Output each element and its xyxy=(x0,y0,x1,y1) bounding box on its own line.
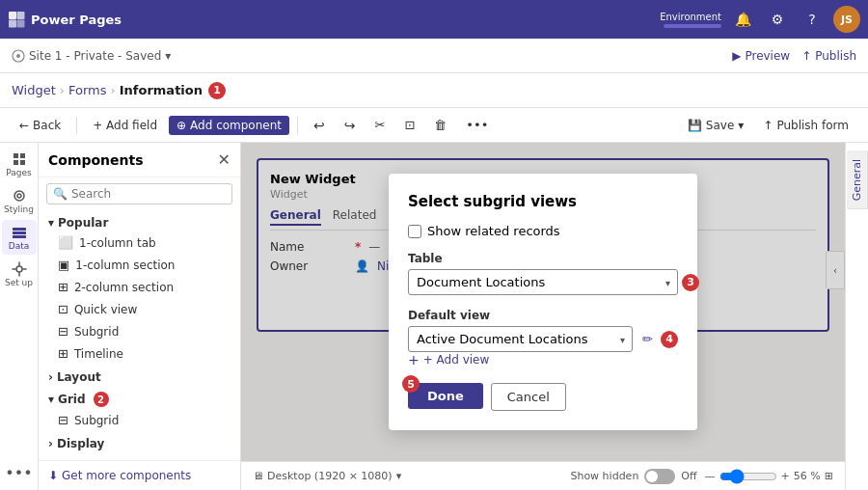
default-view-select-wrap: Active Document Locations All Document L… xyxy=(408,326,633,352)
table-select[interactable]: Document Locations Accounts Contacts xyxy=(408,269,678,295)
sub-header-actions: ▶ Preview ↑ Publish xyxy=(732,49,856,63)
table-label: Table xyxy=(408,252,678,265)
nav-setup[interactable]: Set up xyxy=(2,257,37,291)
add-field-button[interactable]: + Add field xyxy=(85,116,165,135)
timeline-icon: ⊞ xyxy=(58,346,68,361)
svg-rect-9 xyxy=(20,160,25,165)
sidebar-item-1col-tab[interactable]: ⬜ 1-column tab xyxy=(39,231,240,254)
bottom-bar-right: Show hidden Off — + 56 % ⊞ xyxy=(570,469,833,484)
search-box: 🔍 xyxy=(46,183,232,204)
svg-rect-3 xyxy=(17,20,25,28)
1col-tab-icon: ⬜ xyxy=(58,235,73,250)
breadcrumb: Widget › Forms › Information 1 xyxy=(12,82,226,99)
sidebar-section-input[interactable]: › Input xyxy=(39,452,240,460)
nav-pages[interactable]: Pages xyxy=(2,147,37,181)
notification-icon[interactable]: 🔔 xyxy=(729,6,756,33)
top-bar: Power Pages Environment 🔔 ⚙ ? JS xyxy=(0,0,868,39)
zoom-slider[interactable] xyxy=(719,469,777,484)
sidebar-item-subgrid-grid[interactable]: ⊟ Subgrid xyxy=(39,409,240,431)
help-icon[interactable]: ? xyxy=(799,6,826,33)
breadcrumb-bar: Widget › Forms › Information 1 xyxy=(0,73,868,108)
main-layout: Pages Styling Data Set up ••• Components… xyxy=(0,143,868,490)
svg-rect-0 xyxy=(9,12,16,19)
toolbar: ← Back + Add field ⊕ Add component ↩ ↪ ✂… xyxy=(0,108,868,143)
default-view-select[interactable]: Active Document Locations All Document L… xyxy=(408,326,633,352)
cancel-button[interactable]: Cancel xyxy=(491,383,566,411)
toolbar-sep-1 xyxy=(76,117,77,134)
done-btn-wrap: Done 5 xyxy=(408,383,483,411)
environment-badge: Environment xyxy=(660,12,721,28)
sidebar-item-1col-section[interactable]: ▣ 1-column section xyxy=(39,254,240,276)
search-icon: 🔍 xyxy=(53,187,68,201)
svg-rect-13 xyxy=(13,231,26,234)
sub-header: Site 1 - Private - Saved ▾ ▶ Preview ↑ P… xyxy=(0,39,868,73)
breadcrumb-current: Information xyxy=(120,83,203,97)
desktop-resolution: 🖥 Desktop (1920 × 1080) ▾ xyxy=(253,470,401,482)
svg-rect-7 xyxy=(20,153,25,158)
sidebar-item-subgrid-popular[interactable]: ⊟ Subgrid xyxy=(39,320,240,342)
cut-button[interactable]: ✂ xyxy=(366,115,393,135)
site-icon xyxy=(12,49,25,63)
general-panel-tab[interactable]: General xyxy=(847,150,868,209)
show-related-label: Show related records xyxy=(427,224,560,238)
app-logo-icon xyxy=(8,11,25,28)
delete-button[interactable]: 🗑 xyxy=(426,115,454,135)
nav-more[interactable]: ••• xyxy=(2,455,37,490)
environment-bar xyxy=(664,24,721,28)
back-button[interactable]: ← Back xyxy=(12,116,68,135)
redo-button[interactable]: ↪ xyxy=(337,115,364,136)
add-component-button[interactable]: ⊕ Add component xyxy=(169,116,289,135)
more-button[interactable]: ••• xyxy=(458,115,496,135)
svg-point-5 xyxy=(16,54,20,58)
done-badge: 5 xyxy=(402,375,420,393)
edit-view-icon[interactable]: ✏ xyxy=(642,332,653,346)
svg-rect-6 xyxy=(14,153,18,158)
publish-form-button[interactable]: ↑ Publish form xyxy=(755,116,856,135)
settings-icon[interactable]: ⚙ xyxy=(764,6,791,33)
table-select-wrap: Document Locations Accounts Contacts ▾ 3 xyxy=(408,269,678,295)
bottom-bar: 🖥 Desktop (1920 × 1080) ▾ Show hidden Of… xyxy=(241,461,845,490)
svg-rect-12 xyxy=(13,228,26,231)
modal-title: Select subgrid views xyxy=(408,193,678,210)
preview-btn[interactable]: ▶ Preview xyxy=(732,49,790,63)
svg-rect-8 xyxy=(14,160,18,165)
add-view-btn[interactable]: + + Add view xyxy=(408,352,678,368)
app-logo: Power Pages xyxy=(8,11,660,28)
copy-button[interactable]: ⊡ xyxy=(396,115,422,135)
sidebar: Components ✕ 🔍 ▾ Popular ⬜ 1-column tab … xyxy=(39,143,241,490)
svg-point-10 xyxy=(14,191,24,201)
nav-data[interactable]: Data xyxy=(2,220,37,255)
get-more-components[interactable]: ⬇ Get more components xyxy=(39,460,240,490)
zoom-label: 56 % xyxy=(794,470,821,482)
sidebar-section-grid[interactable]: ▾ Grid 2 xyxy=(39,386,240,409)
sidebar-header: Components ✕ xyxy=(39,143,240,177)
sidebar-close[interactable]: ✕ xyxy=(218,150,231,169)
sidebar-section-display[interactable]: › Display xyxy=(39,431,240,452)
modal-overlay: Select subgrid views Show related record… xyxy=(241,143,845,461)
toolbar-sep-2 xyxy=(297,117,298,134)
toggle-switch[interactable] xyxy=(644,469,675,484)
publish-btn[interactable]: ↑ Publish xyxy=(801,49,856,63)
show-related-checkbox[interactable] xyxy=(408,225,421,238)
sidebar-item-timeline[interactable]: ⊞ Timeline xyxy=(39,342,240,365)
breadcrumb-forms[interactable]: Forms xyxy=(68,83,107,97)
sidebar-section-popular[interactable]: ▾ Popular xyxy=(39,210,240,231)
canvas-content: New Widget Widget General Related › Name… xyxy=(241,143,845,461)
svg-rect-1 xyxy=(17,12,25,19)
sidebar-item-quick-view[interactable]: ⊡ Quick view xyxy=(39,298,240,320)
zoom-slider-wrap: — + 56 % ⊞ xyxy=(705,469,833,484)
data-icon xyxy=(12,225,27,240)
svg-rect-2 xyxy=(9,20,16,28)
nav-styling[interactable]: Styling xyxy=(2,183,37,218)
undo-button[interactable]: ↩ xyxy=(306,115,333,136)
sidebar-item-2col-section[interactable]: ⊞ 2-column section xyxy=(39,276,240,298)
breadcrumb-widget[interactable]: Widget xyxy=(12,83,56,97)
done-button[interactable]: Done xyxy=(408,383,483,409)
default-view-row: Active Document Locations All Document L… xyxy=(408,326,678,352)
save-button[interactable]: 💾 Save ▾ xyxy=(680,116,752,135)
avatar[interactable]: JS xyxy=(833,6,860,33)
search-input[interactable] xyxy=(71,187,226,201)
view-badge: 4 xyxy=(661,331,678,348)
sidebar-section-layout[interactable]: › Layout xyxy=(39,365,240,386)
svg-point-15 xyxy=(16,266,22,272)
